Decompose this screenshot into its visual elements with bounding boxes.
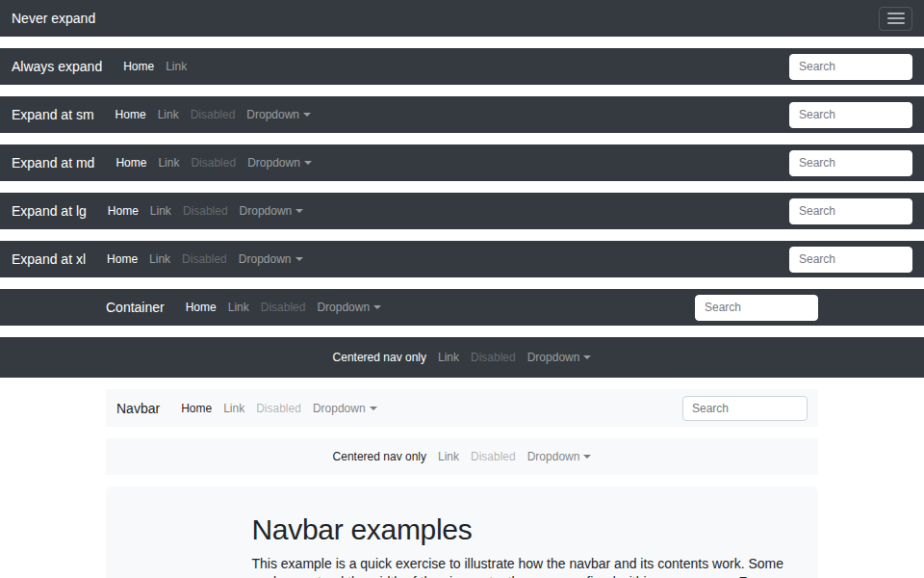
search-form [789,247,912,273]
nav-links: Home Link [117,60,192,73]
search-form [695,295,818,321]
caret-down-icon [295,257,303,261]
caret-down-icon [303,113,311,117]
navbar-toggler-button[interactable] [879,7,912,31]
nav-links: Home Link Disabled Dropdown [175,402,382,415]
nav-link-disabled: Disabled [465,351,522,364]
caret-down-icon [370,407,377,410]
nav-link-dropdown[interactable]: Dropdown [307,402,383,415]
nav-link-dropdown[interactable]: Dropdown [234,204,310,218]
navbar-centered-light: Centered nav only Link Disabled Dropdown [106,438,818,475]
nav-link-link[interactable]: Link [144,204,177,218]
navbar-expand-sm: Expand at sm Home Link Disabled Dropdown [0,96,924,133]
nav-link-dropdown[interactable]: Dropdown [311,301,387,314]
search-input[interactable] [789,247,912,273]
navbar-light: Navbar Home Link Disabled Dropdown [106,389,818,427]
brand-navbar[interactable]: Navbar [116,401,160,416]
navbar-never-expand: Never expand [0,0,924,37]
caret-down-icon [295,209,303,213]
search-input[interactable] [789,198,912,224]
nav-link-centered[interactable]: Centered nav only [327,450,432,463]
nav-link-disabled: Disabled [465,450,522,463]
nav-links: Centered nav only Link Disabled Dropdown [327,351,598,364]
nav-link-disabled: Disabled [185,156,242,170]
caret-down-icon [373,305,381,309]
nav-link-home[interactable]: Home [101,252,143,266]
jumbotron: Navbar examples This example is a quick … [106,486,818,578]
hamburger-icon [887,13,905,14]
search-form [789,198,912,224]
nav-link-dropdown[interactable]: Dropdown [233,252,309,266]
caret-down-icon [583,455,591,459]
search-input[interactable] [789,54,912,80]
nav-link-link[interactable]: Link [432,450,465,463]
search-form [789,102,912,128]
nav-link-home[interactable]: Home [180,301,222,314]
nav-links: Home Link Disabled Dropdown [110,108,317,121]
search-input[interactable] [682,396,808,421]
search-form [682,396,808,421]
nav-link-home[interactable]: Home [102,204,144,218]
nav-link-dropdown[interactable]: Dropdown [522,351,598,364]
brand-container[interactable]: Container [106,300,165,315]
search-input[interactable] [789,150,912,176]
navbar-expand-lg: Expand at lg Home Link Disabled Dropdown [0,193,924,229]
nav-links: Home Link Disabled Dropdown [102,204,309,218]
nav-link-link[interactable]: Link [160,60,192,73]
nav-link-link[interactable]: Link [152,156,185,170]
search-form [789,54,912,80]
nav-link-home[interactable]: Home [175,402,218,415]
nav-link-disabled: Disabled [177,204,234,218]
nav-link-dropdown[interactable]: Dropdown [241,108,317,121]
nav-link-disabled: Disabled [250,402,307,415]
nav-link-home[interactable]: Home [110,108,152,121]
caret-down-icon [583,355,591,359]
nav-link-home[interactable]: Home [110,156,152,170]
nav-link-home[interactable]: Home [117,60,160,73]
nav-links: Home Link Disabled Dropdown [110,156,317,170]
nav-link-link[interactable]: Link [432,351,465,364]
brand-expand-sm[interactable]: Expand at sm [12,107,94,122]
nav-link-disabled: Disabled [185,108,242,121]
brand-never-expand[interactable]: Never expand [12,11,95,26]
nav-links: Centered nav only Link Disabled Dropdown [327,450,598,463]
brand-always-expand[interactable]: Always expand [12,59,102,74]
nav-links: Home Link Disabled Dropdown [101,252,308,266]
brand-expand-md[interactable]: Expand at md [12,155,94,171]
nav-link-centered[interactable]: Centered nav only [327,351,432,364]
nav-link-link[interactable]: Link [152,108,185,121]
navbar-always-expand: Always expand Home Link [0,48,924,85]
navbar-expand-md: Expand at md Home Link Disabled Dropdown [0,144,924,181]
navbar-expand-xl: Expand at xl Home Link Disabled Dropdown [0,241,924,277]
nav-link-dropdown[interactable]: Dropdown [522,450,598,463]
nav-link-disabled: Disabled [176,252,233,266]
nav-link-link[interactable]: Link [218,402,250,415]
search-input[interactable] [695,295,818,321]
caret-down-icon [304,161,312,165]
nav-link-link[interactable]: Link [222,301,255,314]
brand-expand-lg[interactable]: Expand at lg [12,203,87,219]
navbar-centered-dark: Centered nav only Link Disabled Dropdown [0,337,924,378]
nav-link-disabled: Disabled [255,301,312,314]
nav-links: Home Link Disabled Dropdown [180,301,387,314]
search-form [789,150,912,176]
brand-expand-xl[interactable]: Expand at xl [12,251,86,267]
intro-paragraph: This example is a quick exercise to illu… [252,555,673,578]
search-input[interactable] [789,102,912,128]
navbar-container: Container Home Link Disabled Dropdown [0,289,924,326]
nav-link-dropdown[interactable]: Dropdown [242,156,318,170]
nav-link-link[interactable]: Link [143,252,176,266]
page-title: Navbar examples [252,513,673,546]
